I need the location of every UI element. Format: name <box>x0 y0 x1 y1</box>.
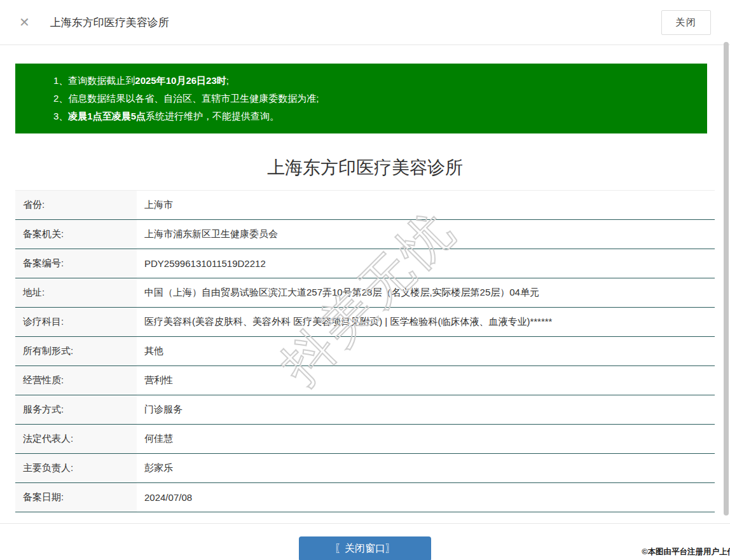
row-value: 医疗美容科(美容皮肤科、美容外科 医疗美容项目见附页) | 医学检验科(临床体液… <box>137 308 715 336</box>
window-title: 上海东方印医疗美容诊所 <box>50 15 169 30</box>
table-row: 地址: 中国（上海）自由贸易试验区滨江大道257弄10号第28层（名义楼层,实际… <box>15 278 715 308</box>
close-x-icon[interactable]: ✕ <box>19 16 30 29</box>
vertical-scrollbar[interactable] <box>724 42 729 516</box>
row-value: 上海市 <box>137 191 715 219</box>
row-label: 省份: <box>15 191 137 219</box>
notice-bold-text: 2025年10月26日23时 <box>135 75 226 86</box>
notice-text: ; <box>226 75 229 86</box>
row-value: 门诊服务 <box>137 395 715 424</box>
row-label: 主要负责人: <box>15 454 137 482</box>
notice-text: 系统进行维护，不能提供查询。 <box>146 111 279 121</box>
notice-text: 3、 <box>53 111 68 121</box>
notice-banner: 1、查询数据截止到2025年10月26日23时; 2、信息数据结果以各省、自治区… <box>15 64 707 133</box>
close-window-button[interactable]: 〖关闭窗口〗 <box>299 536 431 560</box>
copyright-note: ©本图由平台注册用户上传 <box>642 547 730 557</box>
row-label: 备案日期: <box>15 483 137 512</box>
notice-bold-text: 凌晨1点至凌晨5点 <box>68 111 146 121</box>
row-label: 备案机关: <box>15 220 137 249</box>
row-label: 所有制形式: <box>15 337 137 365</box>
notice-line: 3、凌晨1点至凌晨5点系统进行维护，不能提供查询。 <box>53 107 694 125</box>
table-row: 备案机关: 上海市浦东新区卫生健康委员会 <box>15 220 715 249</box>
row-value: 2024/07/08 <box>137 483 715 512</box>
footer: 〖关闭窗口〗 <box>0 523 730 560</box>
notice-line: 2、信息数据结果以各省、自治区、直辖市卫生健康委数据为准; <box>53 90 694 107</box>
row-label: 服务方式: <box>15 395 137 424</box>
close-button[interactable]: 关闭 <box>661 10 711 35</box>
row-value: PDY25996131011519D2212 <box>137 249 715 278</box>
row-value: 上海市浦东新区卫生健康委员会 <box>137 220 715 249</box>
row-value: 中国（上海）自由贸易试验区滨江大道257弄10号第28层（名义楼层,实际楼层第2… <box>137 278 715 307</box>
table-row: 省份: 上海市 <box>15 191 715 220</box>
table-row: 诊疗科目: 医疗美容科(美容皮肤科、美容外科 医疗美容项目见附页) | 医学检验… <box>15 308 715 337</box>
header-bar: ✕ 上海东方印医疗美容诊所 关闭 <box>0 0 730 45</box>
table-row: 服务方式: 门诊服务 <box>15 395 715 425</box>
table-row: 法定代表人: 何佳慧 <box>15 425 715 454</box>
row-label: 地址: <box>15 278 137 307</box>
row-label: 诊疗科目: <box>15 308 137 336</box>
row-value: 何佳慧 <box>137 425 715 453</box>
notice-text: 2、信息数据结果以各省、自治区、直辖市卫生健康委数据为准; <box>53 93 319 104</box>
info-table: 省份: 上海市 备案机关: 上海市浦东新区卫生健康委员会 备案编号: PDY25… <box>15 190 715 512</box>
row-value: 彭家乐 <box>137 454 715 482</box>
row-label: 经营性质: <box>15 366 137 395</box>
table-row: 备案编号: PDY25996131011519D2212 <box>15 249 715 278</box>
table-row: 备案日期: 2024/07/08 <box>15 483 715 512</box>
table-row: 所有制形式: 其他 <box>15 337 715 366</box>
row-value: 营利性 <box>137 366 715 395</box>
table-row: 经营性质: 营利性 <box>15 366 715 395</box>
row-label: 备案编号: <box>15 249 137 278</box>
table-row: 主要负责人: 彭家乐 <box>15 454 715 483</box>
page-title: 上海东方印医疗美容诊所 <box>0 155 730 181</box>
row-value: 其他 <box>137 337 715 365</box>
notice-line: 1、查询数据截止到2025年10月26日23时; <box>53 72 694 90</box>
notice-text: 1、查询数据截止到 <box>53 75 135 86</box>
row-label: 法定代表人: <box>15 425 137 453</box>
